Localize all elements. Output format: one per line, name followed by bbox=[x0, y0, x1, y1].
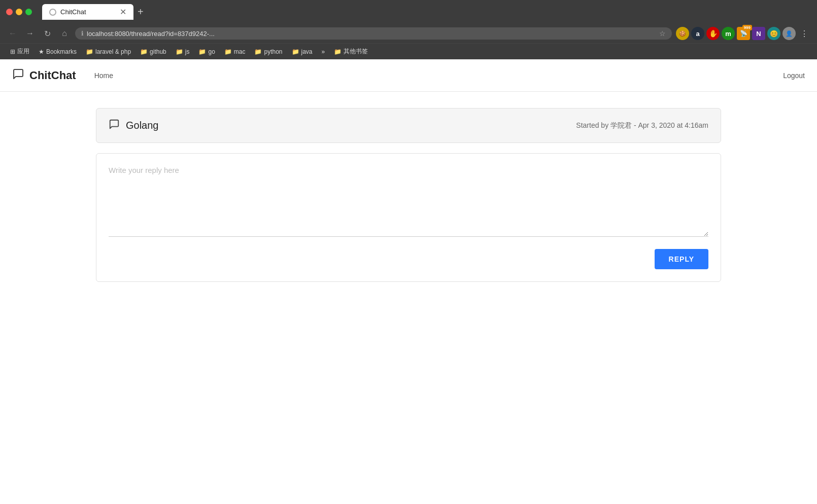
bookmark-apps[interactable]: ⊞ 应用 bbox=[6, 46, 33, 57]
forward-button[interactable]: → bbox=[23, 27, 37, 40]
bookmarks-bar: ⊞ 应用 ★ Bookmarks 📁 laravel & php 📁 githu… bbox=[0, 43, 817, 59]
bookmark-bookmarks-label: Bookmarks bbox=[46, 48, 77, 55]
address-bar[interactable]: ℹ localhost:8080/thread/read?id=837d9242… bbox=[75, 27, 672, 40]
traffic-lights bbox=[6, 9, 32, 15]
thread-meta: Started by 学院君 - Apr 3, 2020 at 4:16am bbox=[576, 121, 708, 130]
active-tab[interactable]: ChitChat ✕ bbox=[42, 4, 133, 20]
brand-icon bbox=[12, 68, 24, 83]
navbar: ChitChat Home Logout bbox=[0, 59, 817, 92]
rss-badge: 999 bbox=[742, 25, 752, 30]
close-tab-button[interactable]: ✕ bbox=[120, 7, 126, 17]
bookmark-java-label: java bbox=[301, 48, 313, 55]
amazon-extension[interactable]: a bbox=[691, 27, 704, 40]
bookmark-github[interactable]: 📁 github bbox=[136, 47, 171, 57]
bookmark-go-label: go bbox=[208, 48, 215, 55]
reload-button[interactable]: ↻ bbox=[41, 27, 54, 40]
m-extension[interactable]: m bbox=[722, 27, 735, 40]
thread-header-card: Golang Started by 学院君 - Apr 3, 2020 at 4… bbox=[96, 108, 721, 143]
brand-link[interactable]: ChitChat bbox=[12, 68, 76, 83]
bookmark-python-label: python bbox=[264, 48, 282, 55]
address-bar-row: ← → ↻ ⌂ ℹ localhost:8080/thread/read?id=… bbox=[0, 24, 817, 43]
apps-grid-icon: ⊞ bbox=[10, 48, 15, 55]
tab-bar: ChitChat ✕ + bbox=[42, 4, 811, 20]
bookmark-other[interactable]: 📁 其他书签 bbox=[330, 46, 372, 57]
bookmark-star-icon[interactable]: ☆ bbox=[659, 29, 666, 38]
avatar-extension[interactable]: 👤 bbox=[782, 27, 796, 40]
folder-icon: 📁 bbox=[292, 48, 299, 55]
title-bar: ChitChat ✕ + bbox=[0, 0, 817, 24]
extensions-more-button[interactable]: ⋮ bbox=[798, 27, 811, 40]
main-area: Golang Started by 学院君 - Apr 3, 2020 at 4… bbox=[84, 92, 733, 298]
thread-icon bbox=[109, 119, 120, 132]
bookmark-bookmarks[interactable]: ★ Bookmarks bbox=[35, 47, 81, 57]
url-display: localhost:8080/thread/read?id=837d9242-.… bbox=[87, 30, 656, 38]
back-button[interactable]: ← bbox=[6, 27, 19, 40]
tab-favicon bbox=[49, 9, 56, 16]
bookmarks-overflow-icon: » bbox=[322, 48, 325, 55]
bookmark-laravel-label: laravel & php bbox=[95, 48, 131, 55]
home-button[interactable]: ⌂ bbox=[58, 27, 71, 40]
bookmark-more[interactable]: » bbox=[318, 47, 329, 57]
bookmark-java[interactable]: 📁 java bbox=[288, 47, 317, 57]
nav-home[interactable]: Home bbox=[88, 68, 119, 83]
folder-icon: 📁 bbox=[334, 48, 342, 55]
tab-title: ChitChat bbox=[60, 8, 86, 16]
thread-title: Golang bbox=[126, 120, 159, 131]
folder-icon: 📁 bbox=[86, 48, 93, 55]
reply-textarea[interactable] bbox=[109, 166, 708, 237]
bookmark-other-label: 其他书签 bbox=[344, 47, 368, 56]
bookmark-mac-label: mac bbox=[234, 48, 246, 55]
bookmark-go[interactable]: 📁 go bbox=[194, 47, 219, 57]
reply-button[interactable]: REPLY bbox=[655, 249, 708, 269]
new-tab-button[interactable]: + bbox=[138, 6, 144, 18]
cookie-extension[interactable]: 🍪 bbox=[676, 27, 689, 40]
browser-chrome: ChitChat ✕ + ← → ↻ ⌂ ℹ localhost:8080/th… bbox=[0, 0, 817, 59]
bookmark-js-label: js bbox=[185, 48, 190, 55]
brand-name: ChitChat bbox=[29, 69, 76, 82]
thread-title-area: Golang bbox=[109, 119, 159, 132]
bookmark-mac[interactable]: 📁 mac bbox=[220, 47, 250, 57]
close-window-button[interactable] bbox=[6, 9, 13, 15]
bookmark-apps-label: 应用 bbox=[17, 47, 29, 56]
bookmark-github-label: github bbox=[150, 48, 166, 55]
stop-extension[interactable]: ✋ bbox=[706, 27, 720, 40]
nav-links: Home bbox=[88, 68, 119, 83]
minimize-window-button[interactable] bbox=[16, 9, 22, 15]
reply-actions: REPLY bbox=[109, 249, 708, 269]
bookmark-python[interactable]: 📁 python bbox=[250, 47, 286, 57]
folder-icon: 📁 bbox=[140, 48, 148, 55]
browser-extensions: 🍪 a ✋ m 📡 999 N 😊 👤 ⋮ bbox=[676, 27, 811, 40]
folder-icon: 📁 bbox=[224, 48, 232, 55]
navbar-right: Logout bbox=[783, 71, 805, 80]
maximize-window-button[interactable] bbox=[25, 9, 32, 15]
folder-icon: 📁 bbox=[176, 48, 183, 55]
logout-button[interactable]: Logout bbox=[783, 71, 805, 80]
reply-card: REPLY bbox=[96, 153, 721, 282]
page-content: ChitChat Home Logout Golang Started by 学… bbox=[0, 59, 817, 364]
rss-extension-wrapper: 📡 999 bbox=[737, 27, 750, 40]
bookmark-laravel[interactable]: 📁 laravel & php bbox=[82, 47, 135, 57]
folder-icon: 📁 bbox=[254, 48, 262, 55]
bookmark-js[interactable]: 📁 js bbox=[172, 47, 194, 57]
n-extension[interactable]: N bbox=[752, 27, 765, 40]
security-icon: ℹ bbox=[81, 30, 84, 37]
folder-icon: 📁 bbox=[198, 48, 206, 55]
face-extension[interactable]: 😊 bbox=[767, 27, 780, 40]
star-icon: ★ bbox=[39, 48, 44, 55]
